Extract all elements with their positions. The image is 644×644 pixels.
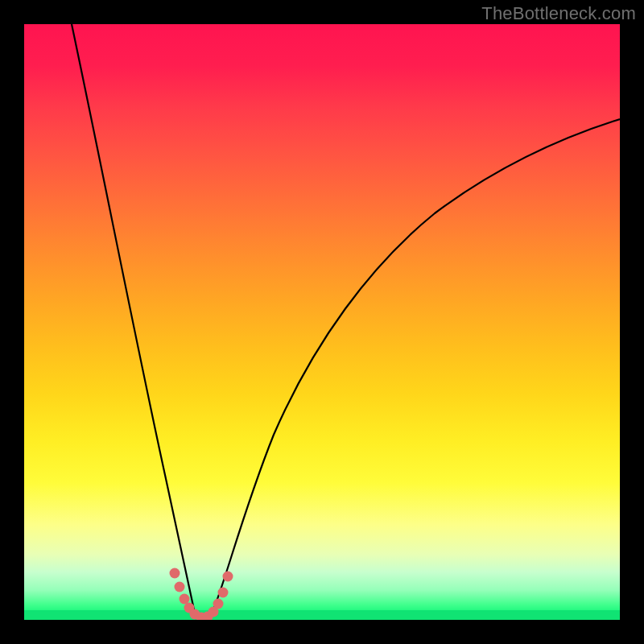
marker-dot — [180, 594, 190, 605]
curve-right-arm — [211, 119, 620, 616]
watermark-text: TheBottleneck.com — [481, 3, 636, 24]
curve-layer — [24, 24, 620, 620]
marker-dot — [218, 588, 229, 598]
marker-dot — [170, 568, 180, 579]
plot-area — [24, 24, 620, 620]
marker-dot — [223, 572, 233, 582]
marker-dot — [213, 599, 224, 609]
chart-frame: TheBottleneck.com — [0, 0, 644, 644]
curve-left-arm — [72, 24, 195, 613]
marker-dot — [175, 582, 185, 592]
